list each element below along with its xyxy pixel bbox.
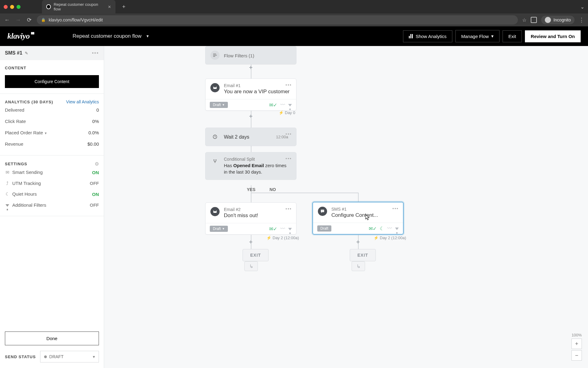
done-button[interactable]: Done: [5, 332, 99, 345]
connector: [251, 193, 358, 193]
manage-flow-button[interactable]: Manage Flow▾: [455, 30, 499, 42]
exit-node[interactable]: EXIT: [350, 249, 376, 261]
status-pill[interactable]: Draft▼: [210, 226, 228, 232]
tab-title: Repeat customer coupon flow: [54, 2, 103, 11]
node-subject: Configure Content...: [331, 212, 378, 218]
more-icon[interactable]: •••: [285, 206, 292, 211]
node-title: Email #1: [224, 83, 290, 88]
show-analytics-button[interactable]: Show Analytics: [403, 30, 452, 42]
wait-node[interactable]: ••• Wait 2 days 12:00a: [205, 128, 296, 146]
analytics-icon: 〰: [280, 102, 285, 108]
browser-menu-icon[interactable]: ⋮: [579, 17, 584, 23]
more-icon[interactable]: •••: [285, 132, 292, 136]
incognito-badge[interactable]: Incognito: [541, 16, 575, 24]
content-heading: CONTENT: [5, 66, 99, 70]
sidebar-header: SMS #1 ✎ •••: [0, 46, 104, 60]
back-button[interactable]: ←: [4, 17, 10, 23]
smart-sending-icon: ✉✓: [269, 226, 277, 232]
add-step-icon[interactable]: [249, 240, 252, 243]
metric-delivered: Delivered0: [5, 104, 99, 116]
browser-tab[interactable]: Repeat customer coupon flow ✕: [42, 0, 115, 13]
caret-down-icon[interactable]: ▼: [44, 132, 47, 135]
filter-icon: [288, 226, 292, 232]
exit-node[interactable]: EXIT: [243, 249, 269, 261]
split-yes-label: YES: [247, 187, 255, 192]
close-window-icon[interactable]: [4, 5, 8, 9]
setting-quiet-hours[interactable]: ☾Quiet HoursON: [5, 189, 99, 200]
lock-icon: 🔒: [41, 18, 46, 22]
extensions-icon[interactable]: [531, 17, 537, 23]
gear-icon[interactable]: ⚙: [95, 161, 99, 167]
more-icon[interactable]: •••: [285, 156, 292, 161]
flow-filters-node[interactable]: Flow Filters (1): [205, 46, 296, 64]
email-2-node[interactable]: ••• Email #2 Don't miss out! Draft▼ ✉✓ 〰: [205, 202, 296, 235]
address-bar[interactable]: 🔒 klaviyo.com/flow/VgvcHi/edit: [37, 15, 518, 25]
svg-point-4: [322, 211, 322, 211]
branch-icon[interactable]: ↳: [244, 261, 258, 271]
caret-down-icon: ▾: [491, 33, 494, 39]
sidebar: SMS #1 ✎ ••• CONTENT Configure Content A…: [0, 46, 104, 368]
metric-click-rate: Click Rate0%: [5, 116, 99, 127]
smart-sending-icon: ✉✓: [269, 102, 277, 108]
close-tab-icon[interactable]: ✕: [108, 5, 111, 9]
new-tab-button[interactable]: +: [122, 4, 126, 10]
configure-content-button[interactable]: Configure Content: [5, 75, 99, 88]
metric-placed-order: Placed Order Rate▼0.0%: [5, 127, 99, 138]
analytics-icon: 〰: [280, 226, 285, 232]
email-1-node[interactable]: ••• Email #1 You are now a VIP customer …: [205, 79, 296, 111]
bookmark-icon[interactable]: ☆: [522, 17, 526, 23]
flow-filters-label: Flow Filters (1): [224, 53, 254, 58]
analytics-section: ANALYTICS (30 DAYS) View all Analytics D…: [0, 94, 104, 155]
send-status-label: SEND STATUS: [5, 355, 36, 359]
flow-name-dropdown[interactable]: Repeat customer coupon flow ▼: [73, 33, 149, 39]
view-all-analytics-link[interactable]: View all Analytics: [66, 99, 99, 104]
day-label: ⚡Day 2 (12:00a): [374, 236, 406, 240]
sms-1-node[interactable]: ••• SMS #1 Configure Content... Draft ✉✓…: [312, 202, 404, 235]
filter-icon: [395, 226, 399, 231]
forward-button[interactable]: →: [15, 17, 21, 23]
reload-button[interactable]: ⟳: [26, 17, 32, 23]
more-icon[interactable]: •••: [392, 206, 399, 211]
klaviyo-logo[interactable]: klaviyo▝▘: [7, 32, 36, 41]
moon-icon: ☾: [5, 191, 10, 197]
favicon-icon: [46, 4, 51, 9]
flow-canvas[interactable]: Flow Filters (1) ••• Email #1 You are no…: [104, 46, 588, 368]
tabs-overflow-icon[interactable]: ⌄: [580, 4, 584, 10]
branch-icon[interactable]: ↳: [352, 261, 365, 271]
node-subject: You are now a VIP customer: [224, 89, 290, 95]
zoom-in-button[interactable]: +: [571, 339, 582, 349]
minimize-window-icon[interactable]: [10, 5, 14, 9]
smart-sending-icon: ✉✓: [369, 226, 377, 232]
split-condition: Has Opened Email zero times in the last …: [224, 162, 291, 175]
more-icon[interactable]: •••: [92, 50, 99, 56]
analytics-heading: ANALYTICS (30 DAYS): [5, 100, 53, 104]
svg-point-5: [322, 211, 322, 211]
browser-toolbar: ← → ⟳ 🔒 klaviyo.com/flow/VgvcHi/edit ☆ I…: [0, 13, 588, 26]
filter-icon: [5, 202, 10, 208]
conditional-split-node[interactable]: ••• Conditional Split Has Opened Email z…: [205, 152, 296, 180]
pencil-icon[interactable]: ✎: [25, 51, 28, 56]
analytics-icon: 〰: [387, 226, 392, 231]
add-step-icon[interactable]: [249, 66, 252, 69]
send-status-select[interactable]: DRAFT ▾: [40, 351, 99, 362]
add-step-icon[interactable]: [249, 115, 252, 118]
window-controls: [4, 5, 21, 9]
wait-label: Wait 2 days: [224, 134, 249, 140]
split-icon: [210, 157, 220, 166]
node-title: Email #2: [224, 207, 258, 212]
status-pill[interactable]: Draft▼: [210, 102, 228, 108]
zoom-controls: 100% + −: [571, 333, 582, 361]
zoom-out-button[interactable]: −: [571, 350, 582, 361]
node-title: SMS #1: [331, 207, 378, 212]
add-step-icon[interactable]: [356, 240, 360, 243]
setting-utm-tracking[interactable]: ⤴UTM TrackingOFF: [5, 178, 99, 189]
more-icon[interactable]: •••: [285, 82, 292, 87]
status-pill[interactable]: Draft: [317, 225, 331, 232]
browser-titlebar: Repeat customer coupon flow ✕ + ⌄: [0, 0, 588, 13]
exit-button[interactable]: Exit: [503, 30, 522, 42]
setting-additional-filters[interactable]: Additional FiltersOFF: [5, 200, 99, 210]
review-turn-on-button[interactable]: Review and Turn On: [525, 30, 581, 42]
maximize-window-icon[interactable]: [17, 5, 21, 9]
setting-smart-sending[interactable]: ✉Smart SendingON: [5, 167, 99, 178]
envelope-icon: [210, 83, 220, 92]
